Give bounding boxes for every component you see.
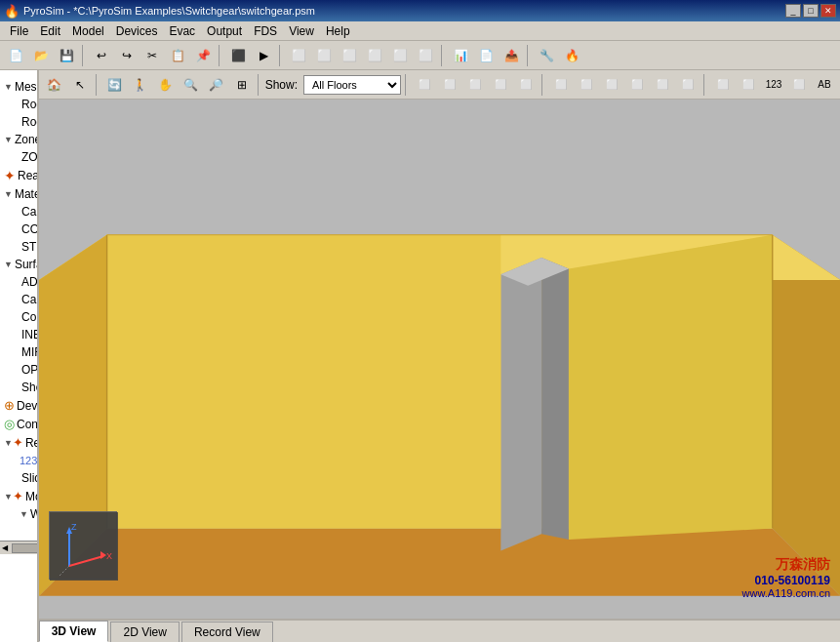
vp-extra3[interactable]: 123: [762, 73, 785, 97]
tree-item-25[interactable]: Dividing Wall: [0, 523, 37, 541]
undo-button[interactable]: ↩: [90, 44, 113, 67]
menu-item-fds[interactable]: FDS: [248, 22, 283, 40]
vp-render3[interactable]: ⬜: [463, 73, 487, 97]
tree-item-23[interactable]: ▼✦Model: [0, 487, 37, 505]
paste-button[interactable]: 📌: [191, 44, 215, 67]
tree-item-6[interactable]: ▼Materials: [0, 185, 37, 203]
expand-btn[interactable]: ▼: [4, 81, 13, 93]
new-button[interactable]: 📄: [4, 44, 27, 67]
vp-slice3[interactable]: ⬜: [600, 73, 623, 97]
vp-slice1[interactable]: ⬜: [549, 73, 573, 97]
open-button[interactable]: 📂: [29, 44, 53, 67]
vp-slice2[interactable]: ⬜: [575, 73, 598, 97]
stop-button[interactable]: ⬛: [226, 44, 250, 67]
fds-button[interactable]: 📄: [474, 44, 498, 67]
horizontal-scrollbar[interactable]: ◀ ▶: [0, 541, 39, 554]
tree-item-7[interactable]: Cable: [0, 203, 37, 221]
tree-item-5[interactable]: ✦Reactions: [0, 166, 37, 185]
maximize-button[interactable]: □: [803, 4, 819, 18]
tool1[interactable]: ⬜: [287, 44, 310, 67]
scroll-thumb[interactable]: [12, 543, 39, 553]
vp-zoom2[interactable]: 🔎: [205, 73, 228, 97]
scroll-left-arrow[interactable]: ◀: [0, 543, 10, 552]
tool6[interactable]: ⬜: [414, 44, 437, 67]
expand-btn[interactable]: ▼: [4, 259, 13, 270]
vp-slice4[interactable]: ⬜: [625, 73, 649, 97]
tree-item-10[interactable]: ▼Surfaces: [0, 256, 37, 273]
vp-pan[interactable]: ✋: [154, 73, 178, 97]
vp-walk[interactable]: 🚶: [129, 73, 152, 97]
extra2[interactable]: 🔥: [560, 44, 583, 67]
menu-item-view[interactable]: View: [283, 22, 320, 40]
menu-item-model[interactable]: Model: [66, 22, 110, 40]
vp-orbit[interactable]: 🔄: [103, 73, 127, 97]
tree-item-15[interactable]: MIRROR: [0, 343, 37, 361]
tree-panel[interactable]: ▼MeshesRoom 3ARoom 3B▼ZonesZONE0 (Outer …: [0, 70, 39, 642]
tree-item-18[interactable]: ⊕Devices: [0, 396, 37, 415]
vp-extra5[interactable]: AB: [813, 73, 836, 97]
vp-home[interactable]: 🏠: [43, 73, 66, 97]
expand-btn[interactable]: ▼: [4, 491, 13, 502]
tree-item-4[interactable]: ZONE0 (Outer Zone): [0, 148, 37, 166]
expand-btn[interactable]: ▼: [4, 437, 13, 449]
tree-item-1[interactable]: Room 3A: [0, 96, 37, 113]
vp-render4[interactable]: ⬜: [489, 73, 512, 97]
vp-fit[interactable]: ⊞: [230, 73, 254, 97]
tab-record-view[interactable]: Record View: [181, 622, 273, 642]
tool5[interactable]: ⬜: [388, 44, 412, 67]
extra1[interactable]: 🔧: [535, 44, 558, 67]
vp-slice5[interactable]: ⬜: [651, 73, 674, 97]
tree-item-0[interactable]: ▼Meshes: [0, 78, 37, 96]
vp-extra1[interactable]: ⬜: [711, 73, 735, 97]
minimize-button[interactable]: _: [785, 4, 801, 18]
vp-render2[interactable]: ⬜: [438, 73, 461, 97]
tool4[interactable]: ⬜: [363, 44, 386, 67]
save-button[interactable]: 💾: [55, 44, 78, 67]
menu-item-file[interactable]: File: [4, 22, 34, 40]
copy-button[interactable]: 📋: [166, 44, 189, 67]
vp-zoom[interactable]: 🔍: [180, 73, 203, 97]
tree-item-20[interactable]: ▼✦Results: [0, 433, 37, 452]
tree-item-13[interactable]: Concrete Wall: [0, 308, 37, 326]
scroll-track[interactable]: [12, 543, 39, 553]
tree-item-12[interactable]: Cable: [0, 291, 37, 308]
tab-3d-view[interactable]: 3D View: [39, 621, 109, 642]
menu-item-evac[interactable]: Evac: [163, 22, 201, 40]
vp-extra2[interactable]: ⬜: [737, 73, 760, 97]
menu-item-devices[interactable]: Devices: [110, 22, 164, 40]
tree-item-21[interactable]: 123Statistics: [0, 452, 37, 469]
menu-item-help[interactable]: Help: [320, 22, 356, 40]
tree-item-8[interactable]: CONCRETE: [0, 221, 37, 238]
tree-item-3[interactable]: ▼Zones: [0, 131, 37, 148]
tree-item-14[interactable]: INERT: [0, 326, 37, 343]
menu-item-edit[interactable]: Edit: [34, 22, 66, 40]
tree-item-19[interactable]: ◎Controls: [0, 415, 37, 433]
tree-item-24[interactable]: ▼Walls: [0, 505, 37, 523]
tool2[interactable]: ⬜: [312, 44, 336, 67]
redo-button[interactable]: ↪: [115, 44, 139, 67]
3d-viewport[interactable]: Z X 万森消防 010-56100119 www.A119.com.cn: [39, 100, 840, 619]
tree-item-2[interactable]: Room 3B: [0, 113, 37, 131]
tree-item-17[interactable]: Sheet Metal: [0, 379, 37, 396]
vp-select[interactable]: ↖: [68, 73, 92, 97]
tree-item-16[interactable]: OPEN: [0, 361, 37, 379]
vp-render1[interactable]: ⬜: [413, 73, 436, 97]
vp-extra4[interactable]: ⬜: [787, 73, 811, 97]
tree-item-9[interactable]: STEEL: [0, 238, 37, 256]
floor-dropdown[interactable]: All Floors Floor 1 Floor 2: [303, 75, 401, 95]
menu-item-output[interactable]: Output: [201, 22, 248, 40]
tool3[interactable]: ⬜: [338, 44, 361, 67]
close-button[interactable]: ✕: [820, 4, 836, 18]
vp-render5[interactable]: ⬜: [514, 73, 538, 97]
run-button[interactable]: ▶: [252, 44, 275, 67]
tree-item-22[interactable]: Slices: [0, 469, 37, 487]
expand-btn[interactable]: ▼: [4, 134, 13, 145]
results-button[interactable]: 📊: [449, 44, 472, 67]
expand-btn[interactable]: ▼: [20, 508, 28, 520]
tab-2d-view[interactable]: 2D View: [110, 622, 179, 642]
cut-button[interactable]: ✂: [140, 44, 164, 67]
tree-item-11[interactable]: ADIABATIC: [0, 273, 37, 291]
export-button[interactable]: 📤: [500, 44, 523, 67]
expand-btn[interactable]: ▼: [4, 188, 13, 200]
vp-slice6[interactable]: ⬜: [676, 73, 700, 97]
